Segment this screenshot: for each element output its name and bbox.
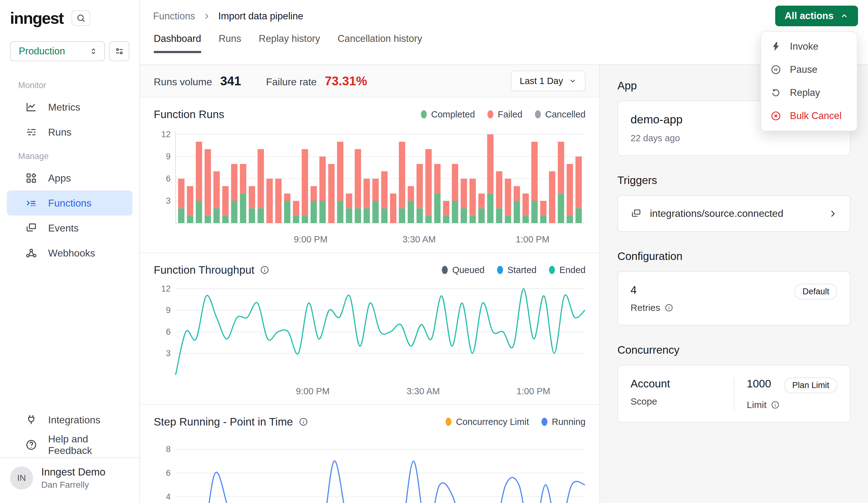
triggers-heading: Triggers [617,174,850,186]
svg-text:9:00 PM: 9:00 PM [294,234,328,244]
sidebar-item-webhooks[interactable]: Webhooks [7,240,133,266]
info-icon[interactable] [260,265,269,275]
menu-item-replay[interactable]: Replay [761,81,857,104]
trigger-card[interactable]: integrations/source.connected [617,195,850,232]
legend-item[interactable]: Started [497,265,537,275]
stat-value: 73.31% [325,74,367,88]
legend-item[interactable]: Failed [487,109,523,120]
sidebar-item-apps[interactable]: Apps [7,166,133,191]
search-button[interactable] [72,10,90,26]
environment-select[interactable]: Production [10,41,105,61]
sidebar-item-label: Help and Feedback [48,433,133,456]
svg-text:4: 4 [166,492,170,501]
tab-cancellation-history[interactable]: Cancellation history [338,33,422,52]
trigger-event-name: integrations/source.connected [650,208,783,219]
svg-text:12: 12 [161,284,170,294]
legend-label: Cancelled [545,109,586,120]
function-throughput-card: Function Throughput QueuedStartedEnded 3… [140,253,599,405]
svg-text:3:30 AM: 3:30 AM [402,234,436,244]
stat-runs-volume: Runs volume 341 [154,74,241,88]
info-icon[interactable] [664,304,673,312]
svg-text:3: 3 [166,196,170,206]
event-icon [631,208,642,219]
cancel-icon [771,111,781,121]
env-settings-button[interactable] [109,41,130,61]
svg-text:3: 3 [166,349,170,358]
all-actions-label: All actions [785,10,834,22]
info-icon[interactable] [299,417,308,427]
concurrency-limit-label: Limit [747,400,766,410]
sliders-icon [114,46,124,56]
svg-text:6: 6 [166,327,170,337]
function-runs-card: Function Runs CompletedFailedCancelled 3… [140,97,599,253]
retries-label: Retries [631,302,660,313]
step-running-chart: 468 [154,428,586,503]
all-actions-button[interactable]: All actions [775,6,858,26]
environment-value: Production [19,45,65,57]
menu-item-pause[interactable]: Pause [761,58,857,81]
chevron-right-icon [828,209,837,218]
breadcrumb-functions[interactable]: Functions [153,11,195,22]
configuration-heading: Configuration [617,250,850,263]
all-actions-menu: Invoke Pause Replay Bulk Cancel [761,31,857,131]
default-badge: Default [794,284,837,300]
info-icon[interactable] [771,401,779,409]
function-runs-legend: CompletedFailedCancelled [421,109,586,120]
menu-item-label: Invoke [790,41,818,52]
sidebar-item-integrations[interactable]: Integrations [7,408,133,432]
svg-text:9:00 PM: 9:00 PM [296,386,330,396]
concurrency-card: Account Scope 1000 Plan Limit Limit [617,365,850,423]
help-icon [25,439,38,451]
menu-item-invoke[interactable]: Invoke [761,35,857,58]
sidebar-item-metrics[interactable]: Metrics [7,95,133,120]
stat-label: Runs volume [154,76,212,88]
tab-runs[interactable]: Runs [219,33,241,52]
sidebar: inngest Production Monitor Metrics Runs … [0,0,140,503]
stat-failure-rate: Failure rate 73.31% [266,74,368,88]
org-name: Inngest Demo [41,466,105,478]
avatar: IN [10,466,33,490]
plug-icon [25,414,38,426]
menu-item-bulk-cancel[interactable]: Bulk Cancel [761,104,857,127]
svg-text:8: 8 [166,444,170,454]
sidebar-item-runs[interactable]: Runs [7,120,133,145]
legend-label: Queued [452,265,484,275]
step-running-legend: Concurrency LimitRunning [446,417,586,427]
inngest-logo: inngest [10,9,63,28]
svg-text:1:00 PM: 1:00 PM [516,234,549,244]
svg-text:9: 9 [166,306,170,315]
functions-icon [25,197,38,209]
tab-dashboard[interactable]: Dashboard [154,33,201,52]
app-synced: 22 days ago [631,133,837,143]
tab-bar: Dashboard Runs Replay history Cancellati… [140,22,868,52]
time-range-value: Last 1 Day [520,76,563,86]
tab-replay-history[interactable]: Replay history [259,33,320,52]
user-profile[interactable]: IN Inngest Demo Dan Farrelly [0,458,140,498]
sidebar-item-help[interactable]: Help and Feedback [7,432,133,458]
metrics-icon [25,101,38,113]
legend-item[interactable]: Concurrency Limit [446,417,529,427]
retries-value: 4 [631,284,673,296]
sidebar-item-label: Functions [48,197,92,209]
search-icon [76,13,86,23]
menu-item-label: Pause [790,64,817,75]
breadcrumb-current: Import data pipeline [218,11,303,22]
legend-dot [446,418,452,426]
step-running-card: Step Running - Point in Time Concurrency… [140,405,599,503]
top-bar: Functions Import data pipeline Dashboard… [140,0,868,65]
menu-item-label: Bulk Cancel [790,110,841,122]
legend-item[interactable]: Running [541,417,586,427]
legend-item[interactable]: Cancelled [535,109,586,120]
concurrency-limit-value: 1000 [747,377,771,390]
concurrency-scope-value: Account [631,377,721,390]
legend-item[interactable]: Queued [442,265,484,275]
sidebar-item-functions[interactable]: Functions [7,191,133,216]
function-runs-chart: 369129:00 PM3:30 AM1:00 PM [154,121,586,250]
legend-item[interactable]: Completed [421,109,475,120]
events-icon [25,222,38,234]
sidebar-item-events[interactable]: Events [7,216,133,240]
legend-item[interactable]: Ended [549,265,586,275]
time-range-select[interactable]: Last 1 Day [511,71,586,91]
charts-column: Runs volume 341 Failure rate 73.31% Last… [140,65,600,503]
breadcrumb: Functions Import data pipeline [140,0,868,22]
